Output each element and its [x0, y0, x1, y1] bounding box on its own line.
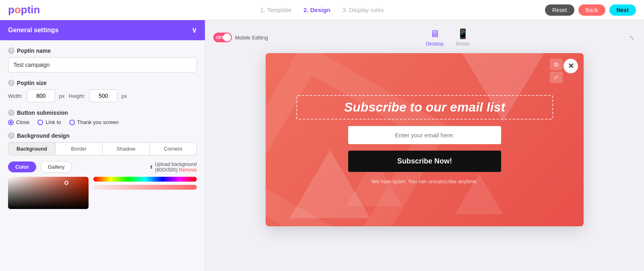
mobile-icon: 📱	[457, 28, 469, 39]
top-actions: Reset Back Next	[545, 4, 636, 16]
desktop-icon: 🖥	[430, 28, 440, 39]
radio-row: Close Link to Thank you screen	[8, 119, 197, 125]
poptin-name-label: ? Poptin name	[8, 48, 197, 54]
poptin-name-field: ? Poptin name	[8, 48, 197, 72]
subscribe-button[interactable]: Subscribe Now!	[348, 151, 501, 172]
mobile-editing-label: Mobile Editing	[235, 35, 268, 41]
mobile-label: Mobile	[456, 41, 470, 47]
alpha-bar[interactable]	[93, 185, 197, 190]
bg-tab-background[interactable]: Background	[8, 142, 56, 155]
color-spectrum	[93, 177, 197, 209]
copy-icon[interactable]: ⧉	[550, 59, 563, 70]
bg-tab-corners[interactable]: Corners	[150, 142, 197, 155]
poptin-size-field: ? Poptin size Width: px Height: px	[8, 80, 197, 102]
color-gallery-row: Color Gallery ⬆ Upload background (800X5…	[8, 161, 197, 173]
radio-dot-thankyou	[69, 120, 75, 125]
expand-icon[interactable]: ↔	[626, 31, 638, 43]
width-unit: px	[59, 93, 65, 99]
background-design-label: ? Background design	[8, 132, 197, 139]
radio-close[interactable]: Close	[8, 119, 29, 125]
step-template[interactable]: 1. Template	[260, 6, 291, 13]
button-submission-field: ? Button submission Close Link to Thank …	[8, 110, 197, 125]
email-input-preview[interactable]	[348, 126, 501, 144]
bg-tab-border[interactable]: Border	[56, 142, 103, 155]
right-panel: OFF Mobile Editing 🖥 Desktop 📱 Mobile ↔	[205, 20, 644, 271]
size-row: Width: px Height: px	[8, 89, 197, 102]
steps: 1. Template 2. Design 3. Display rules	[260, 6, 384, 13]
color-dot	[64, 181, 68, 185]
main-layout: General settings ∨ ? Poptin name ? Popti…	[0, 20, 644, 271]
step-display[interactable]: 3. Display rules	[343, 6, 384, 13]
width-input[interactable]	[27, 89, 55, 102]
color-picker-area	[8, 177, 197, 209]
back-button[interactable]: Back	[578, 4, 605, 16]
help-icon: ?	[8, 48, 14, 54]
resize-icon[interactable]: ⤢	[550, 72, 563, 83]
bg-tab-shadow[interactable]: Shadow	[103, 142, 150, 155]
reset-button[interactable]: Reset	[545, 4, 574, 16]
popup-content: Subscribe to our email list Subscribe No…	[266, 53, 584, 226]
toggle-switch[interactable]: OFF	[213, 33, 232, 42]
button-submission-label: ? Button submission	[8, 110, 197, 116]
bg-tabs: Background Border Shadow Corners	[8, 142, 197, 155]
height-input[interactable]	[89, 89, 118, 102]
width-label: Width:	[8, 93, 23, 99]
poptin-size-label: ? Poptin size	[8, 80, 197, 86]
upload-bg[interactable]: ⬆ Upload background (800X500) Remove	[149, 161, 197, 173]
radio-link[interactable]: Link to	[37, 119, 61, 125]
desktop-label: Desktop	[426, 41, 444, 47]
title-box[interactable]: Subscribe to our email list	[296, 95, 553, 120]
device-tabs: 🖥 Desktop 📱 Mobile	[426, 28, 470, 47]
desktop-tab[interactable]: 🖥 Desktop	[426, 28, 444, 47]
section-title: General settings	[8, 27, 58, 34]
radio-thankyou[interactable]: Thank you screen	[69, 119, 119, 125]
upload-icon: ⬆	[149, 164, 153, 170]
spam-text: We hate spam. You can unsubscribe anytim…	[372, 178, 478, 184]
mobile-editing-toggle: OFF Mobile Editing	[213, 33, 268, 42]
poptin-name-input[interactable]	[8, 57, 197, 72]
rainbow-bar[interactable]	[93, 177, 197, 182]
help-icon-size: ?	[8, 80, 14, 86]
section-body: ? Poptin name ? Poptin size Width: px He…	[0, 40, 205, 223]
background-design-field: ? Background design Background Border Sh…	[8, 132, 197, 209]
help-icon-submission: ?	[8, 110, 14, 116]
popup-close-button[interactable]: ✕	[564, 59, 578, 73]
left-panel: General settings ∨ ? Poptin name ? Popti…	[0, 20, 205, 271]
radio-dot-close	[8, 120, 14, 125]
preview-controls: OFF Mobile Editing 🖥 Desktop 📱 Mobile ↔	[213, 28, 636, 47]
popup-title: Subscribe to our email list	[305, 100, 544, 115]
toggle-knob	[223, 33, 231, 41]
chevron-down-icon: ∨	[192, 26, 197, 35]
step-design[interactable]: 2. Design	[303, 6, 330, 13]
popup-preview: ✕ ⧉ ⤢ Subscribe to our email list Subscr…	[266, 53, 584, 226]
next-button[interactable]: Next	[609, 4, 636, 16]
gallery-button[interactable]: Gallery	[40, 161, 72, 173]
help-icon-bg: ?	[8, 132, 14, 139]
radio-dot-link	[37, 120, 43, 125]
mobile-tab[interactable]: 📱 Mobile	[456, 28, 470, 47]
logo: poptin	[8, 4, 40, 16]
color-button[interactable]: Color	[8, 161, 36, 172]
height-unit: px	[122, 93, 127, 99]
general-settings-header[interactable]: General settings ∨	[0, 20, 205, 40]
top-bar: poptin 1. Template 2. Design 3. Display …	[0, 0, 644, 20]
color-gradient[interactable]	[8, 177, 89, 209]
height-label: Height:	[69, 93, 85, 99]
